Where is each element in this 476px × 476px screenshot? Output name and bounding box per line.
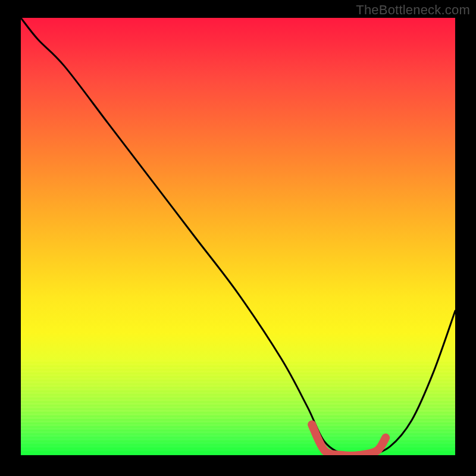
plot-area bbox=[21, 18, 455, 455]
gradient-bands bbox=[21, 360, 455, 455]
chart-frame: TheBottleneck.com bbox=[0, 0, 476, 476]
bottleneck-curve bbox=[21, 18, 455, 455]
optimal-band-path bbox=[312, 425, 386, 456]
curve-path bbox=[21, 18, 455, 455]
watermark-label: TheBottleneck.com bbox=[356, 2, 470, 18]
